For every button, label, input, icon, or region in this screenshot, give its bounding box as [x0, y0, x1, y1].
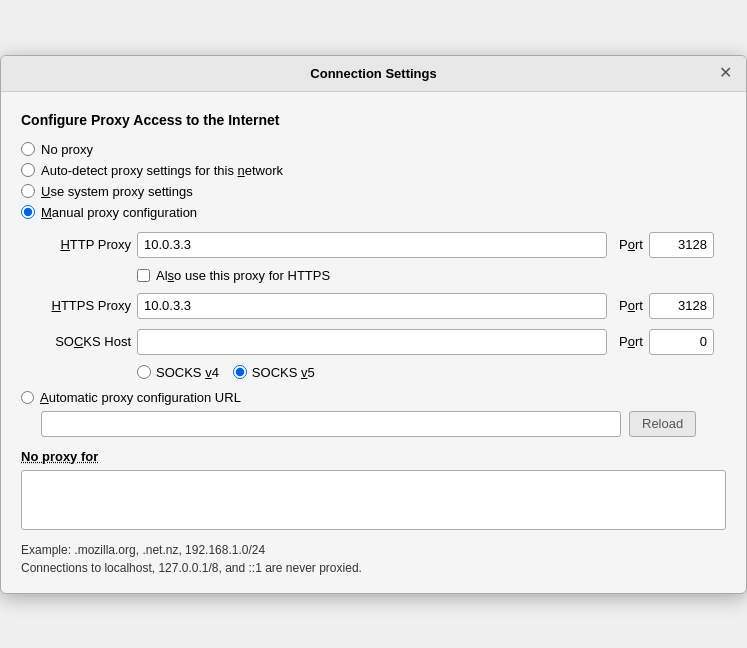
auto-proxy-input-row: Reload [41, 411, 726, 437]
close-button[interactable]: ✕ [715, 63, 736, 83]
titlebar: Connection Settings ✕ [1, 56, 746, 92]
also-use-https-label[interactable]: Also use this proxy for HTTPS [156, 268, 330, 283]
auto-url-label[interactable]: Automatic proxy configuration URL [40, 390, 241, 405]
https-port-input[interactable] [649, 293, 714, 319]
hint-text-2: Connections to localhost, 127.0.0.1/8, a… [21, 559, 726, 577]
https-proxy-label: HTTPS Proxy [41, 298, 131, 313]
socks-version-row: SOCKS v4 SOCKS v5 [137, 365, 726, 380]
manual-proxy-label[interactable]: Manual proxy configuration [41, 205, 197, 220]
system-proxy-label[interactable]: Use system proxy settings [41, 184, 193, 199]
socks5-option: SOCKS v5 [233, 365, 315, 380]
dialog-title: Connection Settings [310, 66, 436, 81]
system-proxy-radio[interactable] [21, 184, 35, 198]
no-proxy-textarea[interactable] [21, 470, 726, 530]
socks4-option: SOCKS v4 [137, 365, 219, 380]
also-use-https-row: Also use this proxy for HTTPS [137, 268, 726, 283]
socks-host-label: SOCKS Host [41, 334, 131, 349]
auto-detect-label-text: Auto-detect proxy settings for this netw… [41, 163, 283, 178]
auto-url-label-text: Automatic proxy configuration URL [40, 390, 241, 405]
section-heading: Configure Proxy Access to the Internet [21, 112, 726, 128]
dialog-content: Configure Proxy Access to the Internet N… [1, 92, 746, 593]
https-proxy-row: HTTPS Proxy Port [41, 293, 726, 319]
https-proxy-input[interactable] [137, 293, 607, 319]
hint-text-1: Example: .mozilla.org, .net.nz, 192.168.… [21, 541, 726, 559]
http-port-input[interactable] [649, 232, 714, 258]
system-proxy-option: Use system proxy settings [21, 184, 726, 199]
also-use-https-label-text: Also use this proxy for HTTPS [156, 268, 330, 283]
socks5-label[interactable]: SOCKS v5 [252, 365, 315, 380]
manual-proxy-option: Manual proxy configuration [21, 205, 726, 220]
no-proxy-option: No proxy [21, 142, 726, 157]
manual-proxy-label-text: Manual proxy configuration [41, 205, 197, 220]
auto-proxy-section: Automatic proxy configuration URL Reload [21, 390, 726, 437]
socks4-radio[interactable] [137, 365, 151, 379]
system-proxy-label-text: Use system proxy settings [41, 184, 193, 199]
http-proxy-input[interactable] [137, 232, 607, 258]
socks-host-input[interactable] [137, 329, 607, 355]
auto-detect-radio[interactable] [21, 163, 35, 177]
socks5-label-text: SOCKS v5 [252, 365, 315, 380]
reload-button[interactable]: Reload [629, 411, 696, 437]
http-proxy-row: HTTP Proxy Port [41, 232, 726, 258]
auto-proxy-radio-row: Automatic proxy configuration URL [21, 390, 726, 405]
no-proxy-radio[interactable] [21, 142, 35, 156]
also-use-https-checkbox[interactable] [137, 269, 150, 282]
http-proxy-label: HTTP Proxy [41, 237, 131, 252]
socks-host-row: SOCKS Host Port [41, 329, 726, 355]
http-port-label: Port [619, 237, 643, 252]
socks-port-input[interactable] [649, 329, 714, 355]
socks4-label-text: SOCKS v4 [156, 365, 219, 380]
socks-port-label: Port [619, 334, 643, 349]
socks4-label[interactable]: SOCKS v4 [156, 365, 219, 380]
auto-detect-option: Auto-detect proxy settings for this netw… [21, 163, 726, 178]
auto-proxy-url-input[interactable] [41, 411, 621, 437]
no-proxy-label-text: No proxy [41, 142, 93, 157]
socks5-radio[interactable] [233, 365, 247, 379]
connection-settings-dialog: Connection Settings ✕ Configure Proxy Ac… [0, 55, 747, 594]
no-proxy-label[interactable]: No proxy [41, 142, 93, 157]
auto-detect-label[interactable]: Auto-detect proxy settings for this netw… [41, 163, 283, 178]
manual-proxy-radio[interactable] [21, 205, 35, 219]
no-proxy-section: No proxy for Example: .mozilla.org, .net… [21, 449, 726, 577]
https-port-label: Port [619, 298, 643, 313]
manual-proxy-section: HTTP Proxy Port Also use this proxy for … [41, 232, 726, 380]
no-proxy-for-label: No proxy for [21, 449, 726, 464]
auto-url-radio[interactable] [21, 391, 34, 404]
